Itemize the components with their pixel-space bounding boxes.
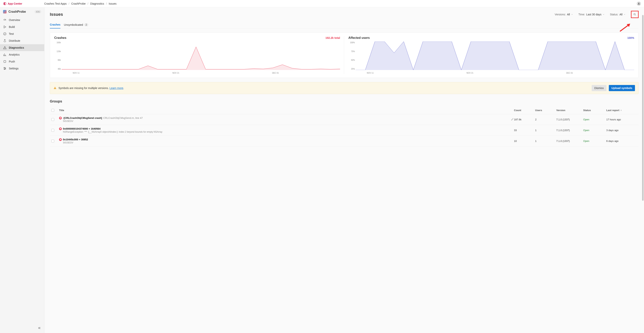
search-button[interactable] — [631, 11, 638, 18]
col-version[interactable]: Version — [556, 109, 583, 112]
row-checkbox[interactable] — [51, 140, 54, 142]
col-last-report[interactable]: Last report — [606, 109, 637, 112]
tab-crashes[interactable]: Crashes — [50, 21, 60, 28]
breadcrumb-section[interactable]: Diagnostics — [90, 2, 104, 5]
app-name: CrashProbe — [8, 10, 33, 13]
x-axis: NOV 11 NOV 21 DEC 01 — [356, 71, 634, 74]
sidebar-item-label: Distribute — [9, 39, 20, 42]
row-checkbox[interactable] — [51, 129, 54, 132]
sidebar-nav: Overview Build Test Distribute Diagnosti… — [0, 16, 44, 72]
sidebar-item-label: Diagnostics — [9, 46, 24, 49]
cell-users: 1 — [535, 140, 556, 142]
table-row[interactable]: ✸0x0000000104374000 + 1640564 NSRangeExc… — [50, 125, 638, 136]
tab-badge: 2 — [84, 23, 88, 26]
sidebar-item-distribute[interactable]: Distribute — [0, 37, 44, 44]
edit-row-button[interactable] — [511, 118, 514, 121]
collapse-sidebar-button[interactable] — [38, 326, 41, 330]
brand-label: App Center — [8, 2, 22, 5]
sidebar-item-build[interactable]: Build — [0, 23, 44, 30]
sidebar-item-label: Overview — [9, 18, 20, 21]
sidebar-item-settings[interactable]: Settings — [0, 65, 44, 72]
scrollbar[interactable] — [642, 15, 644, 315]
cell-users: 2 — [535, 118, 556, 121]
check-circle-icon — [3, 32, 6, 35]
breadcrumb-page[interactable]: Issues — [109, 2, 116, 5]
filter-value: Last 30 days — [586, 13, 601, 16]
cell-last-report: 17 hours ago — [606, 118, 637, 121]
tab-unsymbolicated[interactable]: Unsymbolicated 2 — [64, 21, 88, 28]
filter-value: All — [567, 13, 570, 16]
sidebar-item-label: Build — [9, 25, 15, 28]
affected-users-chart: Affected users 100% 100% 75% 50% 25% — [344, 36, 634, 74]
tabs: Crashes Unsymbolicated 2 — [50, 21, 638, 29]
col-title[interactable]: Title — [59, 109, 514, 112]
brand[interactable]: App Center — [3, 2, 44, 5]
cell-version: 7.1.0 (1337) — [556, 140, 583, 142]
sidebar-item-diagnostics[interactable]: Diagnostics — [0, 44, 44, 51]
search-icon — [633, 13, 636, 16]
row-title: ✸-[CRLCrashObjCMsgSend crash] CRLCrashOb… — [59, 116, 511, 122]
svg-point-9 — [55, 88, 55, 89]
sidebar-item-analytics[interactable]: Analytics — [0, 51, 44, 58]
dismiss-button[interactable]: Dismiss — [592, 85, 606, 91]
svg-rect-4 — [4, 60, 6, 63]
learn-more-link[interactable]: Learn more — [110, 86, 123, 90]
versions-filter[interactable]: Versions: All — [555, 13, 573, 16]
push-icon — [3, 60, 6, 63]
platform-badge: iOS — [34, 10, 41, 13]
status-filter[interactable]: Status: All — [610, 13, 626, 16]
select-all-checkbox[interactable] — [51, 109, 54, 112]
page-title: Issues — [50, 12, 63, 17]
warning-icon — [3, 46, 6, 49]
breadcrumb-org[interactable]: Crashes Test Apps — [44, 2, 66, 5]
filter-label: Versions: — [555, 13, 566, 16]
svg-point-8 — [634, 13, 635, 15]
svg-point-3 — [5, 48, 5, 49]
crash-icon: ✸ — [59, 127, 62, 130]
user-avatar[interactable] — [637, 1, 641, 6]
row-checkbox[interactable] — [51, 118, 54, 121]
row-title: ✸0x0000000104374000 + 1640564 NSRangeExc… — [59, 127, 514, 133]
svg-point-2 — [4, 32, 6, 35]
chart-title: Affected users — [348, 36, 370, 40]
cell-status: Open — [583, 129, 606, 132]
crash-icon: ✸ — [59, 117, 62, 119]
filter-label: Status: — [610, 13, 618, 16]
cell-count: 10 — [514, 140, 535, 142]
chevrons-left-icon — [38, 326, 41, 330]
chevron-down-icon — [571, 13, 573, 15]
col-status[interactable]: Status — [583, 109, 606, 112]
symbols-alert: Symbols are missing for multiple version… — [50, 82, 638, 94]
crash-subtitle: SIGSEGV — [63, 141, 514, 144]
col-users[interactable]: Users — [535, 109, 556, 112]
sidebar-item-overview[interactable]: Overview — [0, 16, 44, 23]
time-filter[interactable]: Time: Last 30 days — [578, 13, 604, 16]
table-row[interactable]: ✸0x10445c000 + 30852 SIGSEGV 10 1 7.1.0 … — [50, 136, 638, 146]
breadcrumb-app[interactable]: CrashProbe — [71, 2, 86, 5]
sidebar-item-test[interactable]: Test — [0, 30, 44, 37]
cell-users: 1 — [535, 129, 556, 132]
crashes-chart: Crashes 192.2k total 160k 120k 80k 40k — [54, 36, 340, 74]
warning-icon — [54, 86, 56, 90]
tab-label: Unsymbolicated — [64, 23, 83, 26]
crash-signature: 0x0000000104374000 + 1640564 — [63, 127, 100, 130]
cell-status: Open — [583, 140, 606, 142]
sidebar: CrashProbe iOS Overview Build Test Distr… — [0, 7, 44, 333]
row-title: ✸0x10445c000 + 30852 SIGSEGV — [59, 138, 514, 144]
cell-count: 33 — [514, 129, 535, 132]
appcenter-logo-icon — [3, 2, 6, 5]
charts-panel: Crashes 192.2k total 160k 120k 80k 40k — [50, 32, 638, 78]
user-icon — [638, 2, 640, 5]
gauge-icon — [3, 18, 6, 22]
filters: Versions: All Time: Last 30 days Status:… — [555, 11, 638, 18]
sidebar-item-push[interactable]: Push — [0, 58, 44, 65]
breadcrumb: Crashes Test Apps / CrashProbe / Diagnos… — [44, 2, 116, 5]
sliders-icon — [3, 67, 6, 70]
upload-symbols-button[interactable]: Upload symbols — [609, 85, 635, 91]
sidebar-item-label: Settings — [9, 67, 19, 70]
chevron-down-icon — [624, 13, 626, 15]
table-row[interactable]: ✸-[CRLCrashObjCMsgSend crash] CRLCrashOb… — [50, 114, 638, 125]
main-content: Issues Versions: All Time: Last 30 days … — [44, 7, 644, 333]
col-count[interactable]: Count — [514, 109, 535, 112]
crash-groups-table: Title Count Users Version Status Last re… — [50, 106, 638, 146]
